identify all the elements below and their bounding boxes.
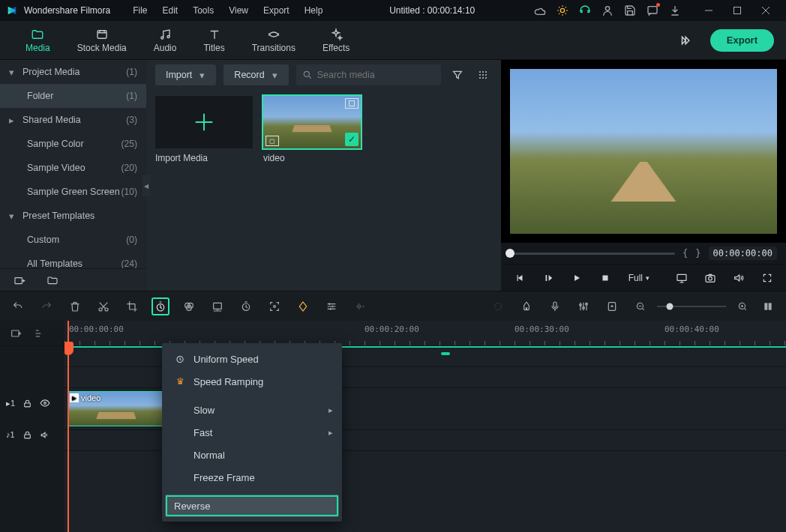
clip-icon <box>95 28 109 41</box>
zoom-slider[interactable] <box>657 306 726 307</box>
menu-help[interactable]: Help <box>297 2 331 19</box>
camera-icon[interactable] <box>700 268 720 288</box>
menu-export[interactable]: Export <box>256 2 297 19</box>
sidebar-item-preset-templates[interactable]: ▾Preset Templates <box>0 204 146 228</box>
sidebar-item-project-media[interactable]: ▾Project Media(1) <box>0 60 146 84</box>
duration-icon[interactable] <box>237 297 255 315</box>
menu-reverse[interactable]: Reverse <box>165 495 339 517</box>
sidebar-item-sample-video[interactable]: Sample Video(20) <box>0 156 146 180</box>
headphones-icon[interactable] <box>579 4 591 16</box>
panel-collapse-handle[interactable]: ◀ <box>142 175 150 196</box>
green-screen-icon[interactable] <box>208 297 226 315</box>
folder-outline-icon[interactable] <box>44 271 62 289</box>
add-folder-alt-icon[interactable] <box>10 271 28 289</box>
record-dropdown[interactable]: Record▾ <box>224 64 288 85</box>
menu-file[interactable]: File <box>125 2 154 19</box>
menu-slow[interactable]: Slow <box>162 399 342 421</box>
timeline-toolbar <box>0 291 786 321</box>
speaker-icon[interactable] <box>40 430 50 440</box>
motion-tracking-icon[interactable] <box>266 297 284 315</box>
preview-canvas[interactable] <box>501 60 786 243</box>
chevron-right-icon[interactable] <box>679 35 691 46</box>
media-clip-video[interactable]: ▢ ✓ video <box>263 96 361 163</box>
save-icon[interactable] <box>624 4 636 16</box>
minimize-button[interactable] <box>694 1 723 19</box>
play-pause-icon[interactable] <box>538 268 558 288</box>
tab-titles[interactable]: Titles <box>190 25 238 56</box>
undo-icon[interactable] <box>9 297 27 315</box>
monitor-icon[interactable] <box>672 268 692 288</box>
lock-icon[interactable] <box>22 430 32 440</box>
menu-edit[interactable]: Edit <box>155 2 186 19</box>
play-icon[interactable] <box>567 268 586 288</box>
menu-uniform-speed[interactable]: Uniform Speed <box>162 348 342 370</box>
sidebar-item-custom[interactable]: Custom(0) <box>0 228 146 252</box>
color-grade-icon[interactable] <box>180 297 198 315</box>
cut-icon[interactable] <box>94 297 112 315</box>
mic-icon[interactable] <box>546 297 564 315</box>
menu-view[interactable]: View <box>221 2 256 19</box>
speed-icon[interactable] <box>152 297 170 315</box>
delete-icon[interactable] <box>66 297 84 315</box>
lock-icon[interactable] <box>22 399 32 408</box>
audio-wave-icon[interactable] <box>351 297 369 315</box>
gear-sun-icon[interactable] <box>556 4 568 16</box>
eye-icon[interactable] <box>40 398 50 408</box>
sidebar-item-shared-media[interactable]: ▸Shared Media(3) <box>0 108 146 132</box>
magnet-icon[interactable] <box>518 297 536 315</box>
search-input[interactable] <box>317 70 435 80</box>
mark-out-label[interactable]: } <box>695 248 700 259</box>
sidebar-item-folder[interactable]: Folder(1) <box>0 84 146 108</box>
adjust-icon[interactable] <box>322 297 340 315</box>
filter-icon[interactable] <box>448 66 466 84</box>
tab-transitions[interactable]: Transitions <box>238 25 309 56</box>
mixer-icon[interactable] <box>574 297 592 315</box>
volume-icon[interactable] <box>729 268 748 288</box>
preview-scrubber[interactable] <box>510 253 675 255</box>
menu-fast[interactable]: Fast <box>162 421 342 444</box>
timeline-clip-video[interactable]: ▶video <box>68 391 165 426</box>
step-back-icon[interactable] <box>510 268 530 288</box>
crop-icon[interactable] <box>123 297 141 315</box>
timeline-body[interactable]: 00:00:00:00 00:00:20:00 00:00:30:00 00:0… <box>64 321 786 532</box>
cloud-icon[interactable] <box>534 4 546 16</box>
export-button[interactable]: Export <box>710 29 774 52</box>
mark-in-label[interactable]: { <box>682 248 688 259</box>
import-dropdown[interactable]: Import▾ <box>155 64 216 85</box>
menu-freeze-frame[interactable]: Freeze Frame <box>162 466 342 489</box>
tab-media[interactable]: Media <box>12 25 64 56</box>
zoom-fit-icon[interactable] <box>759 297 777 315</box>
download-icon[interactable] <box>669 4 681 16</box>
tab-effects[interactable]: Effects <box>309 25 363 56</box>
timeline-ruler[interactable]: 00:00:00:00 00:00:20:00 00:00:30:00 00:0… <box>64 321 786 346</box>
menu-normal[interactable]: Normal <box>162 444 342 466</box>
user-icon[interactable] <box>602 4 614 16</box>
marker-icon[interactable] <box>489 297 507 315</box>
redo-icon[interactable] <box>38 297 56 315</box>
tab-audio[interactable]: Audio <box>140 25 190 56</box>
marker-add-icon[interactable] <box>603 297 621 315</box>
track-add-icon[interactable] <box>9 327 22 340</box>
fullscreen-icon[interactable] <box>758 268 777 288</box>
sidebar-item-sample-color[interactable]: Sample Color(25) <box>0 132 146 156</box>
folder-icon <box>31 28 44 41</box>
stop-icon[interactable] <box>596 268 615 288</box>
maximize-button[interactable] <box>723 1 752 19</box>
menu-speed-ramping[interactable]: ♛Speed Ramping <box>162 370 342 393</box>
playhead[interactable] <box>68 321 69 532</box>
zoom-out-icon[interactable] <box>632 297 650 315</box>
sidebar-item-all-templates[interactable]: All Templates(24) <box>0 252 146 268</box>
close-button[interactable] <box>752 1 780 19</box>
message-icon[interactable] <box>646 4 658 16</box>
grid-view-icon[interactable] <box>474 66 492 84</box>
tab-stock-media[interactable]: Stock Media <box>64 25 140 56</box>
keyframe-icon[interactable] <box>294 297 312 315</box>
search-media-field[interactable] <box>296 64 441 85</box>
sidebar-item-sample-green-screen[interactable]: Sample Green Screen(10) <box>0 180 146 204</box>
import-media-tile[interactable]: Import Media <box>155 96 253 163</box>
menu-tools[interactable]: Tools <box>185 2 221 19</box>
quality-dropdown[interactable]: Full▾ <box>628 273 650 283</box>
plus-icon <box>155 96 253 148</box>
targets-icon[interactable] <box>33 327 46 340</box>
zoom-in-icon[interactable] <box>734 297 752 315</box>
